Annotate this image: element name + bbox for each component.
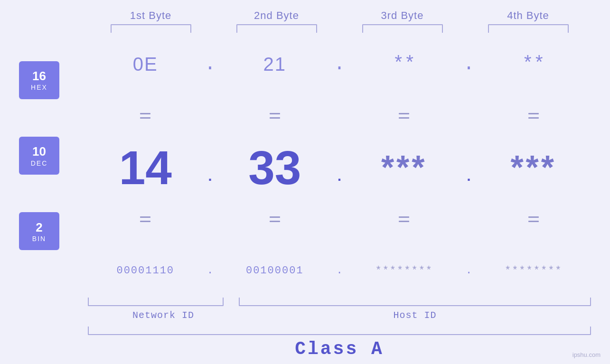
bin-b4-cell: ******** [476, 265, 591, 277]
hex-b2-cell: 21 [217, 54, 333, 75]
host-bracket [239, 298, 591, 306]
eq1-b3 [347, 112, 462, 120]
dec-b2-value: 33 [248, 144, 301, 191]
top-bracket-3 [362, 24, 443, 33]
eq-row-2 [88, 192, 591, 246]
bottom-id-labels: Network ID Host ID [88, 310, 591, 321]
bin-badge: 2 BIN [19, 212, 59, 250]
bottom-section: Network ID Host ID Class A [19, 298, 591, 364]
bin-b2-cell: 00100001 [217, 265, 333, 277]
eq-sign-3 [399, 112, 409, 120]
hex-b4-cell: ** [476, 54, 591, 75]
top-bracket-2 [236, 24, 317, 33]
dec-label: DEC [31, 159, 48, 167]
dec-dot2: . [332, 150, 347, 185]
bracket-cell-2 [214, 24, 339, 33]
host-id-label: Host ID [239, 310, 591, 321]
hex-b3-cell: ** [347, 54, 462, 75]
hex-badge: 16 HEX [19, 61, 59, 99]
dec-b3-cell: *** [347, 149, 462, 187]
bin-number: 2 [36, 220, 42, 235]
eq1-b1 [88, 112, 203, 120]
main-container: 1st Byte 2nd Byte 3rd Byte 4th Byte 16 H… [0, 0, 610, 364]
eq1-b4 [476, 112, 591, 120]
hex-number: 16 [32, 69, 46, 84]
long-bracket-container [88, 327, 591, 335]
watermark: ipshu.com [572, 351, 601, 358]
dec-b1-value: 14 [119, 144, 172, 191]
bracket-cell-4 [465, 24, 591, 33]
bin-b4-value: ******** [505, 265, 563, 277]
dec-dot3: . [462, 150, 476, 185]
bin-b1-cell: 00001110 [88, 265, 203, 277]
byte1-header: 1st Byte [88, 9, 214, 22]
hex-b1-value: 0E [133, 54, 158, 75]
bin-b1-value: 00001110 [116, 265, 174, 277]
dec-number: 10 [32, 144, 46, 159]
eq-sign-6 [270, 215, 280, 224]
class-row: Class A [88, 339, 591, 359]
bin-label: BIN [32, 235, 46, 243]
top-bracket-row [19, 24, 591, 33]
network-bracket [88, 298, 224, 306]
badges-column: 16 HEX 10 DEC 2 BIN [19, 37, 88, 298]
eq-sign-2 [270, 112, 280, 120]
bracket-cell-3 [339, 24, 465, 33]
network-id-label: Network ID [88, 310, 239, 321]
eq2-b3 [347, 215, 462, 224]
byte-headers: 1st Byte 2nd Byte 3rd Byte 4th Byte [19, 9, 591, 22]
eq1-b2 [217, 112, 333, 120]
hex-dot3: . [462, 54, 476, 75]
bracket-cell-1 [88, 24, 214, 33]
hex-label: HEX [31, 84, 47, 91]
eq-sign-5 [140, 215, 150, 224]
eq-row-1 [88, 89, 591, 143]
bin-b3-value: ******** [375, 265, 433, 277]
dec-data-row: 14 . 33 . *** . *** [88, 140, 591, 195]
eq2-b2 [217, 215, 333, 224]
hex-b1-cell: 0E [88, 54, 203, 75]
eq-sign-4 [528, 112, 539, 120]
bin-b3-cell: ******** [347, 265, 462, 277]
byte3-header: 3rd Byte [339, 9, 465, 22]
hex-dot1: . [203, 54, 217, 75]
eq-sign-7 [399, 215, 409, 224]
bin-dot3: . [462, 265, 476, 277]
long-bottom-bracket [88, 327, 591, 335]
bin-dot2: . [332, 265, 347, 277]
dec-b4-value: *** [510, 149, 556, 187]
hex-data-row: 0E . 21 . ** . ** [88, 37, 591, 92]
eq-sign-1 [140, 112, 150, 120]
hex-b2-value: 21 [263, 54, 287, 75]
top-bracket-4 [488, 24, 569, 33]
hex-b4-value: ** [522, 54, 545, 75]
byte4-header: 4th Byte [465, 9, 591, 22]
bin-b2-value: 00100001 [246, 265, 304, 277]
dec-badge: 10 DEC [19, 137, 59, 175]
dec-b1-cell: 14 [88, 144, 203, 191]
hex-b3-value: ** [393, 54, 415, 75]
bottom-brackets [88, 298, 591, 306]
hex-dot2: . [332, 54, 347, 75]
bin-data-row: 00001110 . 00100001 . ******** . [88, 243, 591, 298]
dec-b4-cell: *** [476, 149, 591, 187]
top-bracket-1 [111, 24, 191, 33]
eq-sign-8 [528, 215, 539, 224]
eq2-b1 [88, 215, 203, 224]
byte2-header: 2nd Byte [214, 9, 339, 22]
bin-dot1: . [203, 265, 217, 277]
eq2-b4 [476, 215, 591, 224]
data-columns: 0E . 21 . ** . ** [88, 37, 591, 298]
dec-b2-cell: 33 [217, 144, 333, 191]
dec-dot1: . [203, 150, 217, 185]
class-label: Class A [295, 339, 384, 359]
main-area: 16 HEX 10 DEC 2 BIN 0E . [19, 37, 591, 298]
dec-b3-value: *** [381, 149, 427, 187]
